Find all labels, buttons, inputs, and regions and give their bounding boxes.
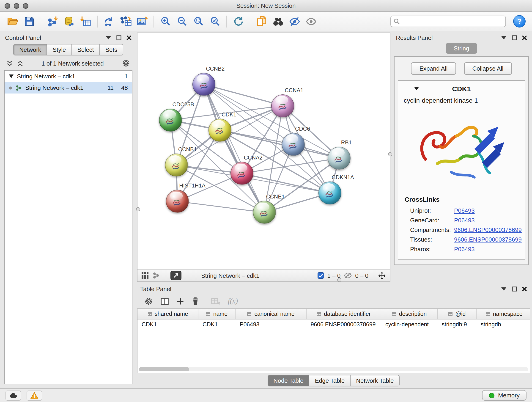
hide-graphics-details-button[interactable] <box>286 13 303 29</box>
zoom-fit-button[interactable] <box>190 13 207 29</box>
table-panel-header: Table Panel <box>137 284 530 294</box>
import-network-database-button[interactable] <box>61 13 77 29</box>
zoom-in-icon <box>160 16 171 27</box>
tree-expand-icon[interactable] <box>9 74 14 78</box>
scrollbar-thumb[interactable] <box>139 367 189 371</box>
close-panel-button[interactable] <box>522 35 527 40</box>
show-graphics-details-button[interactable] <box>303 13 319 29</box>
function-builder-button[interactable]: f(x) <box>228 297 238 305</box>
edge-CDK1-RB1[interactable] <box>220 130 339 158</box>
tab-node-table[interactable]: Node Table <box>267 375 309 386</box>
network-options-gear-icon[interactable] <box>122 59 130 67</box>
window-close-button[interactable] <box>5 3 10 8</box>
crosslink-tissues-link[interactable]: 9606.ENSP00000378699 <box>454 236 522 243</box>
tab-select[interactable]: Select <box>72 44 100 56</box>
pan-tool-icon[interactable] <box>378 272 386 279</box>
node-CDK1[interactable] <box>208 119 231 141</box>
window-zoom-button[interactable] <box>23 3 28 8</box>
tab-network-table[interactable]: Network Table <box>351 375 399 386</box>
find-button[interactable] <box>270 13 286 29</box>
network-canvas[interactable]: CCNB2CCNA1CDC25BCDK1CDC6RB1CCNB1CCNA2CDK… <box>138 33 390 269</box>
close-panel-button[interactable] <box>127 35 132 40</box>
warnings-button[interactable] <box>27 390 42 400</box>
float-panel-button[interactable] <box>501 36 507 40</box>
node-CCNE1[interactable] <box>253 201 276 224</box>
delete-table-icon[interactable] <box>211 297 220 305</box>
node-CDC6[interactable] <box>282 133 305 156</box>
node-CDKN1A[interactable] <box>318 182 341 204</box>
hidden-eye-icon[interactable] <box>344 272 352 279</box>
network-overview-icon[interactable] <box>152 272 160 279</box>
detach-view-button[interactable] <box>171 271 181 280</box>
duplicate-document-button[interactable] <box>253 13 270 29</box>
crosslink-compartments-link[interactable]: 9606.ENSP00000378699 <box>454 226 522 233</box>
node-CDC25B[interactable] <box>159 109 182 132</box>
import-network-file-button[interactable] <box>44 13 61 29</box>
node-CCNB1[interactable] <box>165 154 188 177</box>
column-header-shared-name[interactable]: shared name <box>138 309 198 319</box>
column-header-name[interactable]: name <box>198 309 235 319</box>
apply-layout-button[interactable] <box>230 13 247 29</box>
cloud-status-button[interactable] <box>6 390 21 400</box>
gene-card-header[interactable]: CDK1 <box>398 81 525 96</box>
tab-sets[interactable]: Sets <box>100 44 123 56</box>
edge-HIST1H1A-CCNE1[interactable] <box>177 201 264 212</box>
column-header-database-identifier[interactable]: database identifier <box>307 309 381 319</box>
memory-button[interactable]: Memory <box>482 390 526 401</box>
expand-all-button[interactable]: Expand All <box>411 62 456 75</box>
float-panel-button[interactable] <box>105 36 111 40</box>
crosslink-genecard-link[interactable]: P06493 <box>454 217 475 224</box>
tab-style[interactable]: Style <box>47 44 72 56</box>
crosslink-label: GeneCard: <box>410 217 454 224</box>
selected-checkbox-icon[interactable] <box>317 272 324 279</box>
table-row[interactable]: CDK1 CDK1 P06493 9606.ENSP00000378699 cy… <box>138 319 530 330</box>
export-image-button[interactable] <box>134 13 150 29</box>
save-session-button[interactable] <box>21 13 38 29</box>
node-RB1[interactable] <box>328 147 351 170</box>
float-panel-button[interactable] <box>501 287 507 291</box>
edge-CCNA2-CDKN1A[interactable] <box>242 173 330 193</box>
crosslink-pharos-link[interactable]: P06493 <box>454 246 475 253</box>
tab-edge-table[interactable]: Edge Table <box>310 375 351 386</box>
edge-CCNB2-CCNE1[interactable] <box>204 85 264 212</box>
export-network-button[interactable] <box>117 13 134 29</box>
delete-column-icon[interactable] <box>191 297 199 305</box>
zoom-in-button[interactable] <box>157 13 174 29</box>
table-settings-gear-icon[interactable] <box>144 297 153 306</box>
network-collection-row[interactable]: String Network – cdk1 1 <box>5 70 132 82</box>
column-header-canonical-name[interactable]: canonical name <box>235 309 307 319</box>
column-header-namespace[interactable]: namespace <box>476 309 530 319</box>
maximize-panel-button[interactable] <box>512 35 517 40</box>
search-input[interactable] <box>390 16 506 27</box>
grid-view-icon[interactable] <box>142 272 148 279</box>
open-session-button[interactable] <box>5 13 21 29</box>
zoom-out-button[interactable] <box>174 13 190 29</box>
maximize-panel-button[interactable] <box>512 286 517 291</box>
add-column-icon[interactable] <box>177 297 184 305</box>
expand-all-networks-icon[interactable] <box>17 60 23 66</box>
collapse-all-networks-icon[interactable] <box>6 60 13 66</box>
close-panel-button[interactable] <box>522 286 527 291</box>
column-header-description[interactable]: description <box>381 309 438 319</box>
tab-string[interactable]: String <box>446 43 477 54</box>
show-columns-icon[interactable] <box>160 297 169 305</box>
node-CCNA1[interactable] <box>272 94 294 117</box>
network-row[interactable]: String Network – cdk1 11 48 <box>5 82 132 94</box>
splitter-handle[interactable] <box>136 207 140 211</box>
splitter-handle[interactable] <box>388 152 392 156</box>
collapse-all-button[interactable]: Collapse All <box>464 62 512 75</box>
new-network-from-selection-button[interactable] <box>101 13 117 29</box>
results-panel: Results Panel String Expand All Collapse… <box>393 32 530 282</box>
node-HIST1H1A[interactable] <box>166 190 189 213</box>
horizontal-scrollbar[interactable] <box>139 367 528 371</box>
tab-network[interactable]: Network <box>13 44 47 56</box>
splitter-handle[interactable] <box>337 278 341 282</box>
crosslink-uniprot-link[interactable]: P06493 <box>454 207 475 214</box>
column-header-id[interactable]: @id <box>438 309 476 319</box>
window-minimize-button[interactable] <box>14 3 19 8</box>
collapse-section-icon[interactable] <box>414 87 419 91</box>
import-table-file-button[interactable] <box>77 13 94 29</box>
help-button[interactable]: ? <box>513 15 526 27</box>
zoom-selected-button[interactable] <box>207 13 223 29</box>
maximize-panel-button[interactable] <box>116 35 121 40</box>
